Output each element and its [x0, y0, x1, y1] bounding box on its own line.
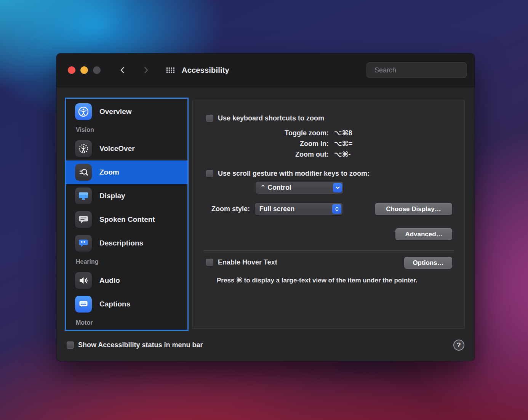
sidebar-section-vision: Vision — [66, 123, 187, 137]
use-keyboard-shortcuts-checkbox[interactable] — [206, 115, 213, 122]
sidebar-item-label: Zoom — [99, 168, 119, 176]
modifier-key-value: ⌃ Control — [256, 184, 333, 192]
shortcut-label: Zoom out: — [193, 149, 329, 160]
hover-text-row: Enable Hover Text — [206, 257, 277, 267]
fullscreen-button[interactable] — [93, 66, 101, 74]
sidebar-item-audio[interactable]: Audio — [66, 269, 187, 292]
sidebar-section-hearing: Hearing — [66, 255, 187, 269]
spoken-content-icon — [75, 211, 92, 228]
captions-icon — [75, 296, 92, 313]
section-divider — [203, 250, 454, 251]
shortcut-label: Toggle zoom: — [193, 128, 329, 138]
zoom-style-value: Full screen — [255, 205, 332, 213]
sidebar-item-overview[interactable]: Overview — [66, 100, 187, 123]
zoom-style-dropdown[interactable]: Full screen — [255, 203, 342, 215]
choose-display-button[interactable]: Choose Display… — [375, 203, 452, 215]
audio-icon — [75, 272, 92, 289]
sidebar-item-label: Display — [99, 192, 125, 200]
descriptions-icon — [75, 235, 92, 252]
search-field[interactable] — [366, 62, 467, 78]
desktop-wallpaper: Accessibility Overview Vision Vo — [0, 0, 528, 420]
shortcut-keys: ⌥⌘- — [334, 149, 352, 160]
chevron-right-icon — [141, 66, 150, 75]
shortcut-keys: ⌥⌘= — [334, 138, 352, 149]
sidebar-item-label: Audio — [99, 276, 120, 285]
window-title: Accessibility — [182, 66, 229, 75]
window-titlebar: Accessibility — [56, 53, 475, 87]
show-all-grid-button[interactable] — [165, 65, 176, 75]
accessibility-overview-icon — [75, 103, 92, 120]
help-button[interactable]: ? — [453, 340, 464, 351]
close-button[interactable] — [68, 66, 75, 74]
sidebar-item-label: VoiceOver — [99, 144, 135, 153]
zoom-icon — [75, 164, 92, 181]
zoom-style-label: Zoom style: — [193, 203, 250, 215]
up-down-chevrons-icon — [332, 204, 341, 214]
modifier-key-dropdown[interactable]: ⌃ Control — [256, 182, 343, 194]
zoom-shortcut-list: Toggle zoom: ⌥⌘8 Zoom in: ⌥⌘= Zoom out: … — [193, 128, 352, 160]
sidebar-item-label: Descriptions — [99, 239, 143, 247]
traffic-lights — [68, 66, 101, 74]
sidebar-item-descriptions[interactable]: Descriptions — [66, 231, 187, 255]
display-icon — [75, 188, 92, 204]
sidebar-item-captions[interactable]: Captions — [66, 292, 187, 316]
options-button[interactable]: Options… — [404, 257, 452, 269]
hover-text-hint: Press ⌘ to display a large-text view of … — [217, 276, 418, 284]
question-mark-icon: ? — [457, 341, 461, 349]
shortcut-keys: ⌥⌘8 — [334, 128, 352, 138]
enable-hover-text-label: Enable Hover Text — [218, 258, 277, 266]
sidebar-item-label: Overview — [99, 107, 132, 116]
sidebar-item-label: Captions — [99, 300, 130, 308]
sidebar-item-label: Spoken Content — [99, 215, 155, 224]
grid-icon — [165, 65, 175, 75]
chevron-down-icon — [333, 183, 342, 192]
sidebar-section-motor: Motor — [66, 316, 187, 330]
use-keyboard-shortcuts-label: Use keyboard shortcuts to zoom — [218, 114, 324, 122]
nav-arrows — [117, 65, 151, 75]
forward-button[interactable] — [141, 65, 151, 75]
shortcut-label: Zoom in: — [193, 138, 329, 149]
keyboard-shortcuts-row: Use keyboard shortcuts to zoom — [206, 113, 324, 123]
sidebar: Overview Vision VoiceOver Zoom — [65, 98, 189, 331]
voiceover-icon — [75, 140, 92, 157]
sidebar-item-zoom[interactable]: Zoom — [66, 160, 187, 184]
enable-hover-text-checkbox[interactable] — [206, 259, 213, 266]
sidebar-item-display[interactable]: Display — [66, 184, 187, 208]
chevron-left-icon — [118, 66, 127, 75]
use-scroll-gesture-label: Use scroll gesture with modifier keys to… — [218, 170, 370, 178]
use-scroll-gesture-checkbox[interactable] — [206, 170, 213, 177]
zoom-settings-panel: Use keyboard shortcuts to zoom Toggle zo… — [192, 100, 465, 329]
sidebar-item-voiceover[interactable]: VoiceOver — [66, 137, 187, 160]
minimize-button[interactable] — [80, 66, 88, 74]
accessibility-preferences-window: Accessibility Overview Vision Vo — [56, 53, 475, 361]
back-button[interactable] — [117, 65, 128, 75]
show-accessibility-status-label: Show Accessibility status in menu bar — [78, 341, 203, 349]
advanced-button[interactable]: Advanced… — [395, 228, 452, 240]
menu-bar-status-row: Show Accessibility status in menu bar — [67, 340, 203, 350]
scroll-gesture-row: Use scroll gesture with modifier keys to… — [206, 168, 370, 178]
search-input[interactable] — [374, 66, 464, 75]
show-accessibility-status-checkbox[interactable] — [67, 341, 74, 349]
sidebar-item-spoken-content[interactable]: Spoken Content — [66, 208, 187, 231]
